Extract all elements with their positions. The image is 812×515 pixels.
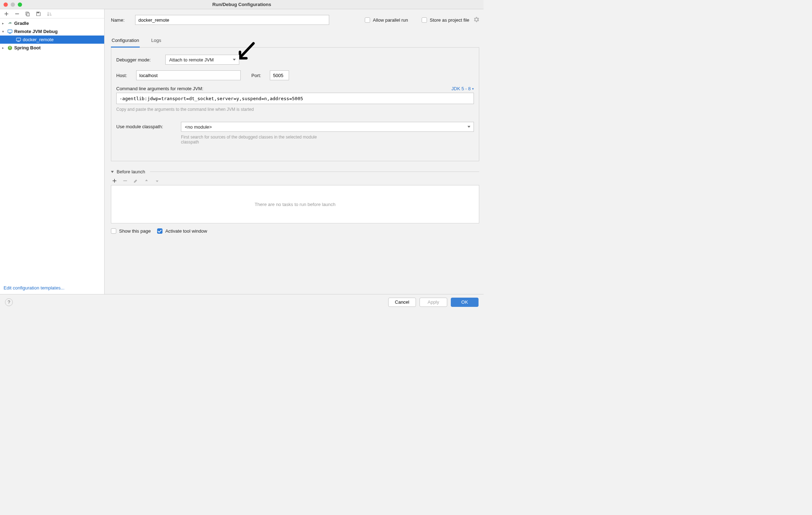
allow-parallel-label: Allow parallel run xyxy=(373,17,408,23)
remote-jvm-icon xyxy=(7,29,13,34)
apply-button[interactable]: Apply xyxy=(420,298,447,307)
tab-logs[interactable]: Logs xyxy=(150,35,162,48)
host-label: Host: xyxy=(116,73,132,78)
jdk-version-text: JDK 5 - 8 xyxy=(452,86,471,91)
classpath-value: <no module> xyxy=(185,124,212,130)
activate-tool-checkbox[interactable]: Activate tool window xyxy=(157,228,207,234)
sort-icon[interactable] xyxy=(46,11,52,17)
remove-config-icon[interactable] xyxy=(14,11,20,17)
tree-item-docker-remote[interactable]: docker_remote xyxy=(0,36,104,44)
chevron-right-icon: ▸ xyxy=(2,46,6,50)
store-project-checkbox[interactable]: Store as project file xyxy=(422,17,479,23)
spring-boot-icon xyxy=(7,45,13,51)
show-page-label: Show this page xyxy=(119,228,151,234)
cmdline-input[interactable] xyxy=(116,93,474,104)
svg-rect-7 xyxy=(17,41,20,42)
svg-rect-2 xyxy=(27,13,29,16)
store-project-label: Store as project file xyxy=(430,17,469,23)
titlebar: Run/Debug Configurations xyxy=(0,0,484,9)
remove-task-icon[interactable] xyxy=(122,178,128,184)
cmdline-hint: Copy and paste the arguments to the comm… xyxy=(116,107,474,112)
chevron-down-icon: ▾ xyxy=(2,29,6,33)
checkbox-checked-icon xyxy=(157,228,162,234)
move-up-icon[interactable] xyxy=(144,178,149,184)
help-button[interactable]: ? xyxy=(5,298,13,306)
svg-rect-3 xyxy=(37,12,39,13)
svg-rect-6 xyxy=(16,38,21,41)
svg-rect-0 xyxy=(15,13,19,14)
chevron-right-icon: ▸ xyxy=(2,21,6,25)
activate-tool-label: Activate tool window xyxy=(165,228,207,234)
jdk-version-link[interactable]: JDK 5 - 8 ▾ xyxy=(452,86,474,91)
gear-icon[interactable] xyxy=(474,17,479,23)
svg-rect-4 xyxy=(8,30,12,33)
checkbox-icon xyxy=(422,17,427,23)
tree-item-remote-jvm[interactable]: ▾ Remote JVM Debug xyxy=(0,27,104,36)
save-template-icon[interactable] xyxy=(36,11,41,17)
dialog-footer: ? Cancel Apply OK xyxy=(0,294,484,310)
debugger-mode-label: Debugger mode: xyxy=(116,57,161,63)
name-label: Name: xyxy=(111,17,124,23)
gradle-icon xyxy=(7,21,13,26)
add-task-icon[interactable] xyxy=(112,178,117,184)
maximize-window-button[interactable] xyxy=(18,2,22,7)
sidebar: ▸ Gradle ▾ Remote JVM Debug docker_remot… xyxy=(0,9,105,294)
copy-config-icon[interactable] xyxy=(25,11,31,17)
config-tabs: Configuration Logs xyxy=(111,35,479,48)
cancel-button[interactable]: Cancel xyxy=(388,298,416,307)
tree-label: Gradle xyxy=(14,21,29,26)
window-title: Run/Debug Configurations xyxy=(212,2,271,7)
classpath-hint: First search for sources of the debugged… xyxy=(181,135,323,145)
show-page-checkbox[interactable]: Show this page xyxy=(111,228,151,234)
debugger-mode-value: Attach to remote JVM xyxy=(169,57,214,63)
svg-rect-5 xyxy=(9,33,11,34)
checkbox-icon xyxy=(365,17,370,23)
minimize-window-button[interactable] xyxy=(11,2,15,7)
before-launch-title: Before launch xyxy=(117,169,145,174)
ok-button[interactable]: OK xyxy=(451,298,479,307)
remote-jvm-icon xyxy=(16,37,21,43)
before-launch-header[interactable]: Before launch xyxy=(111,169,479,174)
window-controls xyxy=(0,2,22,7)
tree-label: docker_remote xyxy=(23,37,54,42)
host-input[interactable] xyxy=(136,70,241,80)
allow-parallel-checkbox[interactable]: Allow parallel run xyxy=(365,17,408,23)
chevron-down-icon: ▾ xyxy=(472,87,474,91)
task-list: There are no tasks to run before launch xyxy=(111,185,479,223)
config-tree: ▸ Gradle ▾ Remote JVM Debug docker_remot… xyxy=(0,18,104,282)
debugger-mode-select[interactable]: Attach to remote JVM xyxy=(165,55,239,65)
checkbox-icon xyxy=(111,228,116,234)
empty-tasks-text: There are no tasks to run before launch xyxy=(255,202,336,207)
edit-task-icon[interactable] xyxy=(133,178,139,184)
cmdline-label: Command line arguments for remote JVM: xyxy=(116,86,203,91)
move-down-icon[interactable] xyxy=(154,178,160,184)
tree-label: Spring Boot xyxy=(14,45,41,50)
sidebar-toolbar xyxy=(0,9,104,18)
configuration-panel: Debugger mode: Attach to remote JVM Host… xyxy=(111,48,479,161)
before-launch-toolbar xyxy=(111,177,479,185)
edit-templates-link[interactable]: Edit configuration templates... xyxy=(4,285,64,291)
classpath-select[interactable]: <no module> xyxy=(181,122,474,132)
port-input[interactable] xyxy=(270,70,289,80)
close-window-button[interactable] xyxy=(4,2,8,7)
tree-item-spring-boot[interactable]: ▸ Spring Boot xyxy=(0,44,104,52)
divider xyxy=(150,172,479,172)
triangle-down-icon xyxy=(111,171,114,173)
tab-configuration[interactable]: Configuration xyxy=(111,35,140,48)
name-input[interactable] xyxy=(135,15,329,25)
port-label: Port: xyxy=(251,73,266,78)
classpath-label: Use module classpath: xyxy=(116,122,177,129)
tree-label: Remote JVM Debug xyxy=(14,29,58,34)
svg-rect-9 xyxy=(123,180,127,181)
add-config-icon[interactable] xyxy=(4,11,9,17)
content-panel: Name: Allow parallel run Store as projec… xyxy=(105,9,484,294)
before-launch-section: Before launch xyxy=(111,169,479,234)
tree-item-gradle[interactable]: ▸ Gradle xyxy=(0,19,104,27)
